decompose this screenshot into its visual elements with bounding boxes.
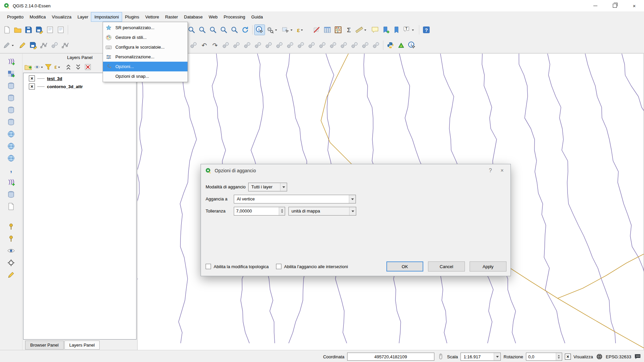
move-feature-button[interactable] [50, 40, 60, 50]
new-project-button[interactable] [2, 25, 12, 35]
help-button[interactable] [421, 25, 431, 35]
map-tips-button[interactable] [370, 25, 380, 35]
tab-layers-panel[interactable]: Layers Panel [64, 341, 100, 350]
restore-button[interactable] [605, 0, 625, 11]
save-project-as-button[interactable] [34, 25, 44, 35]
tolerance-stepper[interactable] [234, 207, 285, 216]
merge-attributes-button[interactable] [350, 40, 360, 50]
close-button[interactable]: × [625, 0, 644, 11]
tolerance-units-select[interactable]: unità di mappa [288, 207, 356, 216]
add-delimited-text-layer-button[interactable] [6, 165, 16, 175]
menu-visualizza[interactable]: Visualizza [49, 12, 74, 21]
menu-item-gestore-di-stili[interactable]: Gestore di stili... [103, 33, 187, 42]
layer-tree[interactable]: × test_3d × contorno_3d_attr [23, 73, 137, 340]
menu-item-opzioni-di-snap[interactable]: Opzioni di snap... [103, 71, 187, 81]
rotate-feature-button[interactable] [221, 40, 231, 50]
pin-labels-button[interactable] [6, 234, 16, 244]
new-shapefile-layer-button[interactable] [6, 177, 16, 187]
open-attribute-table-button[interactable] [322, 25, 332, 35]
snap-to-select[interactable]: Al vertice [234, 195, 356, 203]
dialog-title-bar[interactable]: Opzioni di aggancio ? × [201, 164, 511, 177]
rotate-label-button[interactable] [6, 258, 16, 268]
cancel-button[interactable]: Cancel [428, 261, 465, 272]
new-print-composer-button[interactable] [45, 25, 55, 35]
save-project-button[interactable] [23, 25, 34, 35]
collapse-all-button[interactable] [74, 63, 83, 71]
menu-progetto[interactable]: Progetto [4, 12, 26, 21]
stepper-buttons[interactable] [556, 353, 562, 360]
menu-impostazioni[interactable]: Impostazioni [91, 12, 122, 21]
show-hidden-labels-button[interactable] [6, 246, 16, 256]
menu-item-personalizzazione[interactable]: Personalizzazione... [103, 52, 187, 62]
statistical-summary-button[interactable]: Σ [344, 25, 354, 35]
ok-button[interactable]: OK [386, 261, 423, 272]
refresh-map-button[interactable] [240, 25, 250, 35]
menu-modifica[interactable]: Modifica [26, 12, 49, 21]
toggle-editing-button[interactable] [17, 40, 28, 50]
identify-features-button[interactable] [255, 25, 265, 35]
show-bookmarks-button[interactable] [391, 25, 401, 35]
rotation-input[interactable] [526, 353, 556, 360]
dialog-close-button[interactable]: × [498, 168, 506, 174]
menu-item-sr-personalizzato[interactable]: SR personalizzato... [103, 23, 187, 33]
measure-button[interactable] [355, 25, 369, 35]
layer-checkbox[interactable]: × [29, 75, 35, 81]
new-bookmark-button[interactable] [381, 25, 391, 35]
crs-globe-icon[interactable] [596, 353, 603, 360]
deselect-all-button[interactable] [312, 25, 322, 35]
log-messages-icon[interactable] [634, 353, 641, 360]
layer-item[interactable]: × contorno_3d_attr [23, 82, 136, 90]
render-checkbox[interactable]: × [565, 354, 571, 360]
expand-all-button[interactable] [64, 63, 73, 71]
add-wfs-layer-button[interactable] [6, 153, 16, 163]
apply-button[interactable]: Apply [470, 261, 506, 272]
dialog-help-button[interactable]: ? [486, 168, 495, 174]
menu-raster[interactable]: Raster [162, 12, 181, 21]
menu-guida[interactable]: Guida [248, 12, 266, 21]
add-wms-layer-button[interactable] [6, 129, 16, 139]
coordinate-input[interactable] [347, 353, 434, 361]
menu-web[interactable]: Web [206, 12, 221, 21]
select-features-button[interactable] [281, 25, 296, 35]
add-wcs-layer-button[interactable] [6, 141, 16, 151]
add-group-button[interactable] [24, 63, 33, 71]
simplify-feature-button[interactable] [231, 40, 241, 50]
zoom-full-button[interactable] [186, 25, 197, 35]
fill-ring-button[interactable] [264, 40, 274, 50]
add-mssql-layer-button[interactable] [6, 105, 16, 115]
menu-item-configura-scorciatoie[interactable]: Configura le scorciatoie... [103, 42, 187, 52]
scale-select[interactable]: 1:16.917 [461, 353, 501, 361]
add-feature-button[interactable] [39, 40, 49, 50]
remove-layer-button[interactable] [84, 63, 92, 71]
expression-filter-button[interactable]: ε [54, 63, 63, 71]
node-tool-button[interactable] [60, 40, 70, 50]
zoom-last-button[interactable] [219, 25, 229, 35]
python-console-button[interactable] [385, 40, 395, 50]
open-project-button[interactable] [13, 25, 23, 35]
offset-curve-button[interactable] [307, 40, 317, 50]
run-feature-action-button[interactable] [265, 25, 280, 35]
plugin-tool-button[interactable] [396, 40, 406, 50]
tab-browser-panel[interactable]: Browser Panel [25, 341, 64, 350]
zoom-next-button[interactable] [229, 25, 239, 35]
delete-part-button[interactable] [285, 40, 295, 50]
add-spatialite-layer-button[interactable] [6, 93, 16, 103]
layer-name[interactable]: contorno_3d_attr [47, 84, 83, 89]
layer-name[interactable]: test_3d [47, 76, 62, 81]
snap-intersections-checkbox[interactable] [276, 264, 281, 269]
delete-selected-button[interactable] [189, 40, 199, 50]
rotation-stepper[interactable] [526, 353, 562, 361]
add-ring-button[interactable] [242, 40, 252, 50]
split-parts-button[interactable] [328, 40, 338, 50]
layer-checkbox[interactable]: × [29, 83, 35, 89]
text-annotation-button[interactable] [402, 25, 417, 35]
delete-ring-button[interactable] [274, 40, 284, 50]
menu-plugins[interactable]: Plugins [122, 12, 142, 21]
filter-legend-button[interactable] [44, 63, 53, 71]
minimize-button[interactable] [586, 0, 605, 11]
add-postgis-layer-button[interactable] [6, 81, 16, 91]
menu-vettore[interactable]: Vettore [142, 12, 162, 21]
add-oracle-layer-button[interactable] [6, 117, 16, 127]
add-vector-layer-button[interactable] [6, 57, 16, 67]
select-by-expression-button[interactable]: ε [296, 25, 311, 35]
